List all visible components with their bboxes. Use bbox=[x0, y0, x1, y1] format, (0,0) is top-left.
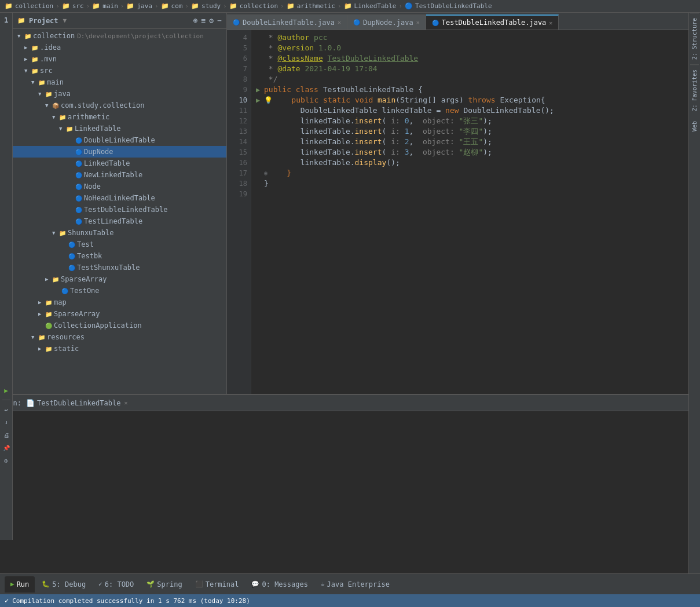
tree-label-main: main bbox=[47, 78, 64, 86]
tree-item-testsxt[interactable]: 🔵 TestShunxuTable bbox=[13, 262, 226, 273]
tree-icon-sa: 📁 bbox=[52, 276, 59, 283]
tree-item-shunxutable[interactable]: 📁 ShunxuTable bbox=[13, 227, 226, 239]
tree-icon-resources: 📁 bbox=[38, 334, 45, 341]
run-play-btn[interactable]: ▶ bbox=[2, 386, 11, 395]
tree-label-collapp: CollectionApplication bbox=[54, 321, 142, 330]
run-pin-btn[interactable]: 📌 bbox=[2, 443, 11, 452]
locate-icon[interactable]: ⊕ bbox=[193, 16, 198, 25]
tree-item-test[interactable]: 🔵 Test bbox=[13, 239, 226, 250]
run-arrow-10[interactable]: ▶ bbox=[256, 95, 264, 105]
bc-arithmetic-icon: 📁 bbox=[287, 2, 295, 10]
btm-tab-terminal[interactable]: ⬛ Terminal bbox=[189, 576, 245, 593]
ln-9: 9 bbox=[227, 85, 247, 95]
btm-tab-spring[interactable]: 🌱 Spring bbox=[141, 576, 188, 593]
tab-testdlt[interactable]: 🔵 TestDubleLinkedTable.java ✕ bbox=[426, 14, 559, 30]
tab-close-dlt[interactable]: ✕ bbox=[338, 19, 341, 25]
code-line-4: * @author pcc bbox=[256, 32, 695, 43]
code-12-content: linkedTable.insert( i: 0, object: "张三"); bbox=[264, 116, 492, 126]
bc-java[interactable]: java bbox=[137, 2, 152, 10]
run-print-btn[interactable]: 🖨 bbox=[2, 430, 11, 440]
btm-tab-debug[interactable]: 🐛 5: Debug bbox=[36, 576, 91, 593]
run-scroll-btn[interactable]: ⬇ bbox=[2, 418, 11, 427]
tree-item-linkedtable-folder[interactable]: 📁 LinkedTable bbox=[13, 123, 226, 134]
run-tab-icon: 📄 bbox=[26, 399, 35, 407]
bc-linkedtable[interactable]: LinkedTable bbox=[354, 2, 397, 10]
structure-label[interactable]: 2: Structure bbox=[690, 13, 699, 64]
run-side-toolbar: ▶ ↩ ⬇ 🖨 📌 ⚙ bbox=[0, 383, 13, 540]
bc-com[interactable]: com bbox=[171, 2, 183, 10]
tree-item-testbk[interactable]: 🔵 Testbk bbox=[13, 250, 226, 262]
tree-item-doublelinkedtable[interactable]: 🔵 DoubleLinkedTable bbox=[13, 134, 226, 146]
btm-tab-run[interactable]: ▶ Run bbox=[5, 576, 35, 593]
code-line-9: ▶ public class TestDubleLinkedTable { bbox=[256, 85, 695, 95]
tree-item-sa2[interactable]: 📁 SparseArray bbox=[13, 308, 226, 320]
project-strip-icon[interactable]: 1 bbox=[1, 15, 12, 25]
run-tab-close[interactable]: ✕ bbox=[124, 400, 127, 406]
bc-arithmetic[interactable]: arithmetic bbox=[297, 2, 335, 10]
tree-icon-test: 🔵 bbox=[68, 242, 75, 248]
tree-item-node[interactable]: 🔵 Node bbox=[13, 181, 226, 192]
tree-icon-collection: 📁 bbox=[24, 33, 31, 39]
hide-icon[interactable]: − bbox=[217, 16, 222, 25]
bulb-10[interactable]: 💡 bbox=[264, 95, 272, 105]
code-line-17: ◉ } bbox=[256, 168, 695, 178]
btm-tab-enterprise[interactable]: ☕ Java Enterprise bbox=[315, 576, 395, 593]
tree-item-com[interactable]: 📦 com.study.collection bbox=[13, 100, 226, 111]
btm-tab-todo[interactable]: ✓ 6: TODO bbox=[93, 576, 140, 593]
code-11-content: DoubleLinkedTable linkedTable = new Doub… bbox=[264, 105, 554, 116]
tree-item-newlt[interactable]: 🔵 NewLinkedTable bbox=[13, 169, 226, 181]
collapse-icon[interactable]: ≡ bbox=[201, 16, 206, 25]
bc-collection[interactable]: collection bbox=[15, 2, 53, 10]
ln-5: 5 bbox=[227, 43, 247, 53]
tab-dupnode[interactable]: 🔵 DupNode.java ✕ bbox=[347, 14, 426, 30]
run-gear-btn[interactable]: ⚙ bbox=[2, 456, 11, 465]
tree-arrow-map bbox=[38, 299, 45, 305]
tree-item-main[interactable]: 📁 main bbox=[13, 76, 226, 88]
bc-file-icon: 🔵 bbox=[405, 2, 413, 10]
bc-file[interactable]: TestDubleLinkedTable bbox=[415, 2, 492, 10]
tree-item-noheadlt[interactable]: 🔵 NoHeadLinkedTable bbox=[13, 192, 226, 204]
tree-item-sparsearray[interactable]: 📁 SparseArray bbox=[13, 273, 226, 285]
bc-study[interactable]: study bbox=[201, 2, 221, 10]
tree-item-static[interactable]: 📁 static bbox=[13, 343, 226, 354]
tree-label-idea: .idea bbox=[40, 43, 61, 52]
tree-item-collapp[interactable]: 🟢 CollectionApplication bbox=[13, 320, 226, 331]
bc-collection2[interactable]: collection bbox=[240, 2, 278, 10]
tree-item-dupnode[interactable]: 🔵 DupNode bbox=[13, 146, 226, 158]
code-4-content: * @author pcc bbox=[264, 32, 328, 43]
bc-main[interactable]: main bbox=[102, 2, 118, 10]
tree-item-map[interactable]: 📁 map bbox=[13, 297, 226, 308]
tree-item-idea[interactable]: 📁 .idea bbox=[13, 42, 226, 53]
tree-item-testone[interactable]: 🔵 TestOne bbox=[13, 285, 226, 297]
tree-label-testlt: TestLinedTable bbox=[84, 217, 142, 225]
tab-close-dup[interactable]: ✕ bbox=[416, 19, 420, 25]
favorites-label[interactable]: 2: Favorites bbox=[690, 64, 699, 116]
tree-icon-main: 📁 bbox=[38, 79, 45, 86]
tree-item-testdlt[interactable]: 🔵 TestDubleLinkedTable bbox=[13, 204, 226, 215]
bc-src[interactable]: src bbox=[72, 2, 84, 10]
tree-item-mvn[interactable]: 📁 .mvn bbox=[13, 53, 226, 65]
fold-icon-17[interactable]: ◉ bbox=[264, 168, 267, 178]
tree-item-arithmetic[interactable]: 📁 arithmetic bbox=[13, 111, 226, 123]
settings-icon[interactable]: ⚙ bbox=[209, 16, 214, 25]
web-label[interactable]: Web bbox=[690, 116, 699, 136]
tab-close-testdlt[interactable]: ✕ bbox=[549, 20, 552, 26]
tree-arrow-sxt bbox=[52, 230, 59, 236]
tree-item-collection[interactable]: 📁 collection D:\development\project\coll… bbox=[13, 30, 226, 42]
tree-item-resources[interactable]: 📁 resources bbox=[13, 331, 226, 343]
tab-doublelinkedtable[interactable]: 🔵 DoubleLinkedTable.java ✕ bbox=[227, 14, 347, 30]
tree-item-src[interactable]: 📁 src bbox=[13, 65, 226, 76]
project-dropdown-icon[interactable]: ▼ bbox=[63, 17, 67, 24]
run-arrow-9[interactable]: ▶ bbox=[256, 85, 264, 95]
tree-icon-testlt: 🔵 bbox=[75, 218, 82, 225]
btm-tab-messages-label: 0: Messages bbox=[262, 580, 307, 588]
tree-item-testlinedtable[interactable]: 🔵 TestLinedTable bbox=[13, 215, 226, 227]
tree-item-java[interactable]: 📁 java bbox=[13, 88, 226, 100]
run-wrap-btn[interactable]: ↩ bbox=[2, 405, 11, 414]
btm-tab-messages[interactable]: 💬 0: Messages bbox=[245, 576, 313, 593]
run-tab-testdlt[interactable]: 📄 TestDubleLinkedTable ✕ bbox=[26, 399, 128, 407]
code-line-18: } bbox=[256, 178, 695, 189]
tree-item-lt2[interactable]: 🔵 LinkedTable bbox=[13, 158, 226, 169]
tree-label-map: map bbox=[54, 298, 67, 306]
ln-18: 18 bbox=[227, 178, 247, 189]
